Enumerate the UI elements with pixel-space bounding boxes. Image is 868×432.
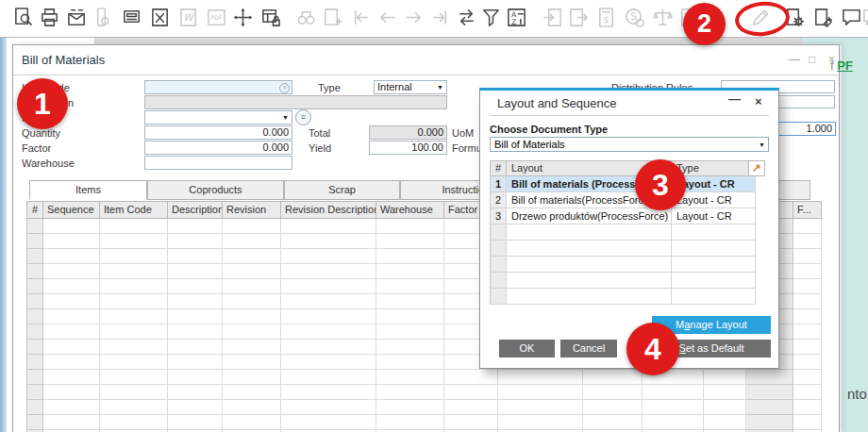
export-excel-icon[interactable]: [149, 7, 172, 29]
table-cell[interactable]: [746, 400, 793, 415]
layout-table-header-cell[interactable]: Type: [672, 160, 756, 176]
table-cell[interactable]: [704, 385, 746, 400]
table-cell[interactable]: [281, 309, 376, 324]
table-cell[interactable]: [643, 400, 704, 415]
table-cell[interactable]: [746, 370, 793, 385]
table-cell[interactable]: [100, 355, 168, 370]
table-cell[interactable]: [223, 415, 281, 430]
quantity-field[interactable]: 0.000: [144, 125, 292, 140]
table-cell[interactable]: [793, 385, 822, 400]
table-cell[interactable]: [223, 249, 281, 264]
move-icon[interactable]: [232, 7, 255, 29]
table-cell[interactable]: [444, 400, 498, 415]
table-cell[interactable]: [100, 415, 168, 430]
table-cell[interactable]: [223, 340, 281, 355]
launch-application-icon[interactable]: [121, 7, 143, 29]
table-cell[interactable]: [583, 400, 643, 415]
table-cell[interactable]: [43, 340, 100, 355]
table-cell[interactable]: [376, 415, 444, 430]
cancel-button[interactable]: Cancel: [560, 340, 617, 357]
document-settings-icon[interactable]: [812, 7, 835, 29]
items-table-header-cell[interactable]: Revision: [223, 201, 281, 219]
table-cell[interactable]: [498, 415, 583, 430]
table-cell[interactable]: [26, 370, 43, 385]
table-cell[interactable]: [793, 219, 822, 234]
table-cell[interactable]: [168, 385, 223, 400]
table-cell[interactable]: [376, 340, 444, 355]
table-cell[interactable]: [223, 309, 281, 324]
table-cell[interactable]: [43, 279, 100, 294]
table-cell[interactable]: [376, 400, 444, 415]
revision-dropdown[interactable]: ▼: [144, 110, 292, 125]
table-cell[interactable]: [643, 385, 704, 400]
table-cell[interactable]: [26, 234, 43, 249]
table-cell[interactable]: [793, 249, 822, 264]
type-dropdown[interactable]: Internal ▼: [374, 80, 447, 94]
table-cell[interactable]: [498, 400, 583, 415]
table-cell[interactable]: [281, 415, 376, 430]
table-cell[interactable]: [26, 219, 43, 234]
layout-cell[interactable]: Layout - CR: [672, 208, 756, 224]
table-cell[interactable]: [376, 385, 444, 400]
table-cell[interactable]: [223, 279, 281, 294]
table-cell[interactable]: [444, 370, 498, 385]
table-cell[interactable]: [100, 370, 168, 385]
table-cell[interactable]: [223, 385, 281, 400]
table-cell[interactable]: [793, 324, 822, 340]
chevron-down-icon[interactable]: ▼: [437, 84, 443, 91]
chevron-down-icon[interactable]: ▼: [759, 141, 765, 149]
window-maximize-icon[interactable]: □: [809, 54, 815, 65]
table-cell[interactable]: [43, 309, 100, 324]
layout-cell[interactable]: 1: [490, 176, 507, 192]
table-cell[interactable]: [168, 264, 223, 279]
table-cell[interactable]: [43, 370, 100, 385]
table-cell[interactable]: [43, 264, 100, 279]
items-table-header-cell[interactable]: F...: [793, 201, 822, 219]
table-cell[interactable]: [168, 370, 223, 385]
table-cell[interactable]: [43, 219, 100, 234]
table-cell[interactable]: [281, 279, 376, 294]
table-cell[interactable]: [376, 264, 444, 279]
table-cell[interactable]: [223, 370, 281, 385]
table-cell[interactable]: [26, 294, 43, 309]
table-cell[interactable]: [100, 234, 168, 249]
table-cell[interactable]: [26, 249, 43, 264]
table-cell[interactable]: [376, 355, 444, 370]
table-cell[interactable]: [281, 385, 376, 400]
layout-cell[interactable]: Layout - CR: [672, 192, 756, 208]
items-table-header-cell[interactable]: Description: [168, 201, 223, 219]
table-cell[interactable]: [43, 415, 100, 430]
preview-icon[interactable]: [12, 7, 35, 29]
table-cell[interactable]: [43, 355, 100, 370]
table-cell[interactable]: [26, 355, 43, 370]
table-cell[interactable]: [223, 324, 281, 340]
table-cell[interactable]: [281, 219, 376, 234]
table-cell[interactable]: [793, 279, 822, 294]
table-cell[interactable]: [583, 385, 643, 400]
expand-grid-icon[interactable]: ↗: [748, 160, 765, 176]
table-cell[interactable]: [793, 294, 822, 309]
filter-table-icon[interactable]: [480, 7, 503, 29]
table-cell[interactable]: [168, 355, 223, 370]
table-cell[interactable]: [793, 309, 822, 324]
table-cell[interactable]: [281, 340, 376, 355]
table-cell[interactable]: [376, 219, 444, 234]
table-cell[interactable]: [43, 294, 100, 309]
table-cell[interactable]: [281, 249, 376, 264]
choose-from-list-icon[interactable]: ≡: [279, 83, 290, 93]
table-cell[interactable]: [26, 279, 43, 294]
layout-cell[interactable]: 2: [490, 192, 507, 208]
table-cell[interactable]: [223, 234, 281, 249]
table-cell[interactable]: [281, 294, 376, 309]
table-cell[interactable]: [168, 324, 223, 340]
table-cell[interactable]: [281, 324, 376, 340]
table-cell[interactable]: [704, 400, 746, 415]
window-minimize-icon[interactable]: —: [789, 54, 800, 65]
table-cell[interactable]: [26, 385, 43, 400]
table-cell[interactable]: [100, 324, 168, 340]
layout-row[interactable]: 1Bill of materials (ProcessForce)Layout …: [490, 176, 756, 192]
chevron-down-icon[interactable]: ▼: [282, 114, 289, 122]
layout-row[interactable]: 3Drzewo produktów(ProcessForce)Layout - …: [490, 208, 756, 224]
table-cell[interactable]: [793, 370, 822, 385]
tab-coproducts[interactable]: Coproducts: [147, 180, 284, 200]
